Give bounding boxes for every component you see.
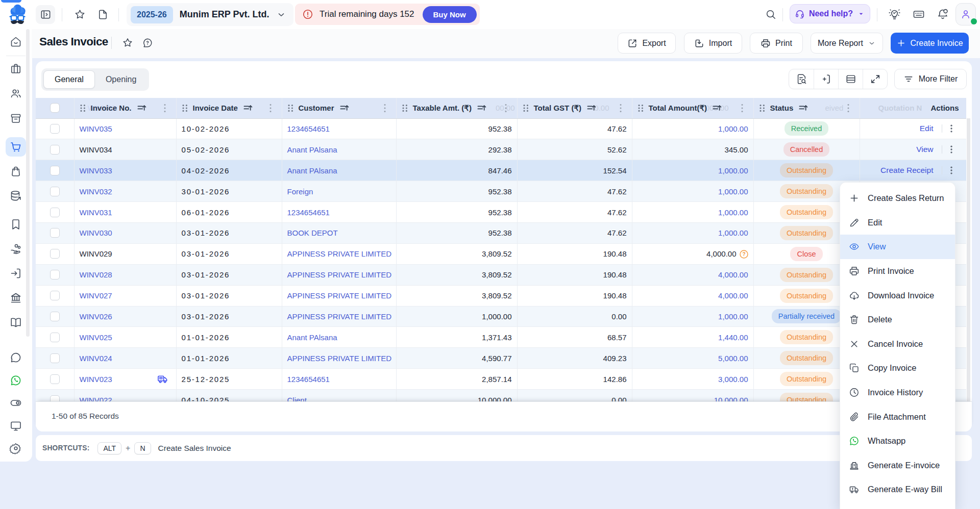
svg-text:?: ? — [742, 251, 745, 257]
